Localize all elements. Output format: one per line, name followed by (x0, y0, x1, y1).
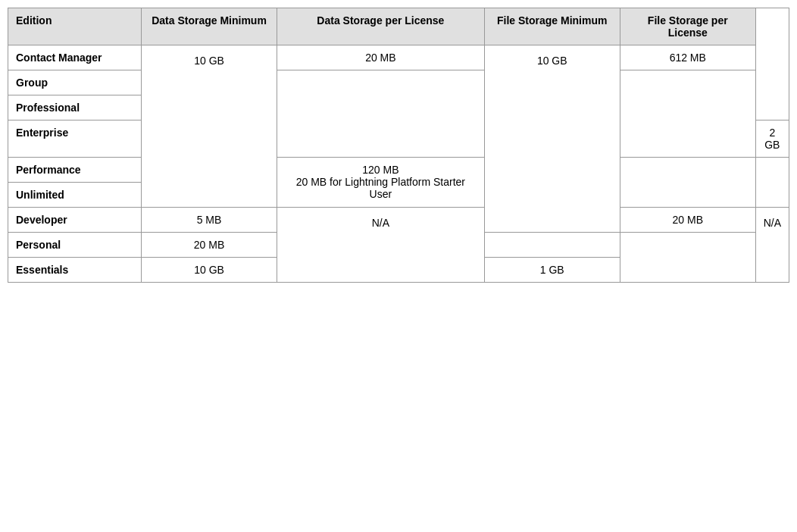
edition-performance: Performance (8, 158, 142, 183)
file-storage-min-personal (484, 233, 620, 258)
header-file-storage-per-license: File Storage per License (620, 8, 755, 45)
data-storage-min-personal: 20 MB (141, 233, 277, 258)
edition-professional: Professional (8, 95, 142, 120)
data-storage-min-contact-manager: 10 GB (141, 45, 277, 208)
edition-group: Group (8, 70, 142, 95)
table-row: Contact Manager 10 GB 20 MB 10 GB 612 MB (8, 45, 789, 70)
edition-unlimited: Unlimited (8, 183, 142, 208)
performance-storage-line1: 120 MB (362, 164, 398, 176)
data-storage-per-license-group (277, 70, 484, 158)
header-data-storage-per-license: Data Storage per License (277, 8, 484, 45)
data-storage-per-license-developer: N/A (277, 208, 484, 283)
edition-contact-manager: Contact Manager (8, 45, 142, 70)
data-storage-per-license-contact-manager: 20 MB (277, 45, 484, 70)
file-storage-min-essentials: 1 GB (484, 258, 620, 283)
file-storage-min-developer: 20 MB (620, 208, 755, 233)
file-storage-per-license-performance (620, 158, 755, 208)
performance-storage-line2: 20 MB for Lightning Platform Starter Use… (296, 176, 465, 200)
edition-enterprise: Enterprise (8, 120, 142, 158)
edition-personal: Personal (8, 233, 142, 258)
edition-developer: Developer (8, 208, 142, 233)
header-file-storage-min: File Storage Minimum (484, 8, 620, 45)
file-storage-per-license-contact-manager: 612 MB (620, 45, 755, 70)
header-data-storage-min: Data Storage Minimum (141, 8, 277, 45)
edition-essentials: Essentials (8, 258, 142, 283)
data-storage-min-essentials: 10 GB (141, 258, 277, 283)
file-storage-min-contact-manager: 10 GB (484, 45, 620, 233)
header-row: Edition Data Storage Minimum Data Storag… (8, 8, 789, 45)
table-row: Developer 5 MB N/A 20 MB N/A (8, 208, 789, 233)
file-storage-per-license-enterprise: 2 GB (755, 120, 789, 158)
header-edition: Edition (8, 8, 142, 45)
storage-table: Edition Data Storage Minimum Data Storag… (8, 8, 789, 283)
data-storage-min-developer: 5 MB (141, 208, 277, 233)
file-storage-per-license-group (620, 70, 755, 158)
table-row: Performance 120 MB 20 MB for Lightning P… (8, 158, 789, 183)
data-storage-per-license-performance: 120 MB 20 MB for Lightning Platform Star… (277, 158, 484, 208)
table-wrapper: Edition Data Storage Minimum Data Storag… (8, 8, 789, 283)
table-row: Group (8, 70, 789, 95)
file-storage-per-license-developer: N/A (755, 208, 789, 283)
